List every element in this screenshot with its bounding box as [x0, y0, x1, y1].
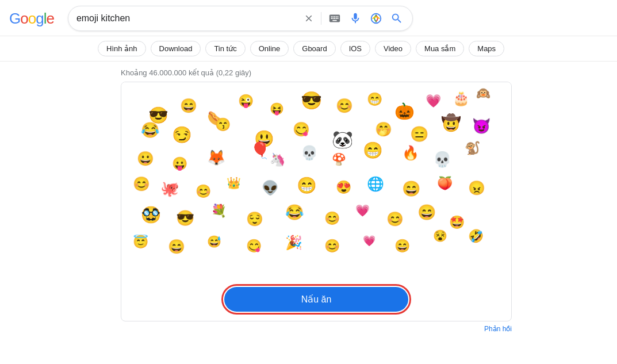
emoji-item: 😈 [472, 117, 490, 135]
emoji-item: 😊 [196, 184, 211, 199]
feedback-link[interactable]: Phản hồi [484, 325, 512, 333]
emoji-item: 😊 [386, 211, 404, 227]
emoji-item: 😝 [270, 102, 284, 116]
emoji-item: 😄 [402, 180, 420, 198]
emoji-item: 🤩 [449, 215, 465, 230]
emoji-item: 🦄 [270, 152, 285, 167]
filter-video[interactable]: Video [375, 41, 411, 56]
feedback-area: Phản hồi [121, 321, 512, 335]
clear-button[interactable] [302, 12, 315, 25]
emoji-scatter: 😎😄🌭😜😝😎😊😁🎃💗🎂🙉😂😏😙😃😋🐼🤭😑🤠😈😀😛🦊🎈🦄💀🍄😁🔥💀🐒😊🐙😊👑👽😁😍… [121, 82, 511, 278]
emoji-item: 😎 [301, 90, 322, 110]
emoji-item: 🦊 [207, 149, 225, 167]
emoji-item: 😄 [168, 239, 185, 255]
emoji-item: 😂 [141, 121, 159, 139]
emoji-item: 🐙 [160, 180, 179, 198]
results-count: Khoảng 46.000.000 kết quả (0,22 giây) [121, 68, 251, 77]
emoji-item: 🌐 [367, 176, 384, 192]
filter-online[interactable]: Online [250, 41, 289, 56]
emoji-item: 😊 [133, 176, 150, 192]
google-logo[interactable]: Google [9, 10, 54, 28]
emoji-item: 😜 [238, 94, 254, 109]
voice-button[interactable] [348, 11, 363, 26]
emoji-item: 🤠 [441, 113, 461, 132]
card-button-area: Nấu ăn [121, 278, 511, 321]
filter-download[interactable]: Download [151, 41, 201, 56]
nau-an-button[interactable]: Nấu ăn [224, 287, 408, 312]
emoji-item: 😇 [133, 235, 148, 250]
results-info: Khoảng 46.000.000 kết quả (0,22 giây) [0, 62, 617, 82]
emoji-item: 😁 [367, 92, 382, 107]
emoji-item: 🙉 [476, 86, 490, 100]
emoji-item: 😊 [324, 211, 340, 226]
keyboard-button[interactable] [327, 11, 342, 26]
search-divider [321, 12, 321, 25]
search-input[interactable] [76, 13, 298, 24]
emoji-item: 😛 [172, 156, 187, 171]
emoji-item: 🥸 [141, 205, 161, 224]
emoji-item: 😑 [410, 125, 428, 143]
emoji-kitchen-card: 😎😄🌭😜😝😎😊😁🎃💗🎂🙉😂😏😙😃😋🐼🤭😑🤠😈😀😛🦊🎈🦄💀🍄😁🔥💀🐒😊🐙😊👑👽😁😍… [121, 82, 512, 321]
emoji-item: 😄 [417, 204, 436, 221]
emoji-item: 💗 [355, 204, 370, 217]
emoji-item: 💗 [426, 94, 441, 109]
emoji-item: 💀 [433, 151, 451, 168]
emoji-item: 🎉 [285, 235, 302, 251]
filter-maps[interactable]: Maps [469, 41, 504, 56]
filter-gboard[interactable]: Gboard [293, 41, 335, 56]
lens-icon [370, 12, 382, 25]
microphone-icon [349, 12, 362, 25]
emoji-item: 😅 [207, 235, 221, 248]
emoji-item: 💗 [363, 235, 375, 247]
emoji-item: 🍄 [332, 152, 346, 166]
filter-mua-sam[interactable]: Mua sắm [416, 41, 464, 56]
emoji-item: 🐒 [465, 141, 480, 156]
emoji-item: 🎃 [394, 102, 415, 121]
emoji-item: 😏 [172, 125, 192, 144]
emoji-item: 😵 [433, 229, 447, 243]
emoji-item: 😀 [137, 151, 154, 167]
emoji-item: 😁 [363, 141, 383, 160]
header: Google [0, 0, 617, 36]
emoji-item: 🎈 [250, 141, 270, 160]
filter-hinh-anh[interactable]: Hình ảnh [98, 41, 146, 56]
search-icon [390, 12, 403, 25]
emoji-item: 😌 [246, 211, 263, 227]
search-button[interactable] [389, 11, 404, 26]
main-content: 😎😄🌭😜😝😎😊😁🎃💗🎂🙉😂😏😙😃😋🐼🤭😑🤠😈😀😛🦊🎈🦄💀🍄😁🔥💀🐒😊🐙😊👑👽😁😍… [0, 82, 518, 335]
emoji-item: 🐼 [332, 129, 353, 150]
clear-icon [304, 13, 314, 24]
emoji-item: 😋 [293, 121, 310, 137]
emoji-item: 😄 [180, 98, 197, 114]
emoji-item: 🔥 [402, 145, 419, 161]
emoji-item: 🤣 [468, 229, 484, 244]
emoji-kitchen-area: 😎😄🌭😜😝😎😊😁🎃💗🎂🙉😂😏😙😃😋🐼🤭😑🤠😈😀😛🦊🎈🦄💀🍄😁🔥💀🐒😊🐙😊👑👽😁😍… [121, 82, 511, 278]
emoji-item: 💀 [301, 145, 318, 161]
emoji-item: 😂 [285, 204, 304, 221]
emoji-item: 💐 [211, 204, 227, 219]
emoji-item: 😙 [215, 117, 231, 132]
emoji-item: 😋 [246, 239, 262, 254]
emoji-item: 🎂 [453, 90, 470, 106]
emoji-item: 😄 [394, 239, 410, 254]
emoji-item: 👽 [262, 180, 279, 196]
emoji-item: 👑 [227, 176, 241, 190]
search-bar [68, 6, 413, 31]
emoji-item: 🤭 [375, 121, 392, 137]
search-icons [302, 11, 404, 26]
emoji-item: 😎 [176, 209, 194, 227]
emoji-item: 😠 [468, 180, 485, 196]
emoji-item: 😁 [297, 176, 317, 195]
emoji-item: 😊 [324, 239, 340, 254]
filter-tin-tuc[interactable]: Tin tức [205, 41, 245, 56]
lens-button[interactable] [369, 11, 384, 26]
emoji-item: 🍑 [437, 176, 453, 191]
emoji-item: 😊 [336, 98, 353, 114]
filter-ios[interactable]: IOS [340, 41, 370, 56]
emoji-item: 😍 [336, 180, 351, 195]
keyboard-icon [328, 12, 341, 25]
filters-bar: Hình ảnh Download Tin tức Online Gboard … [0, 36, 617, 62]
